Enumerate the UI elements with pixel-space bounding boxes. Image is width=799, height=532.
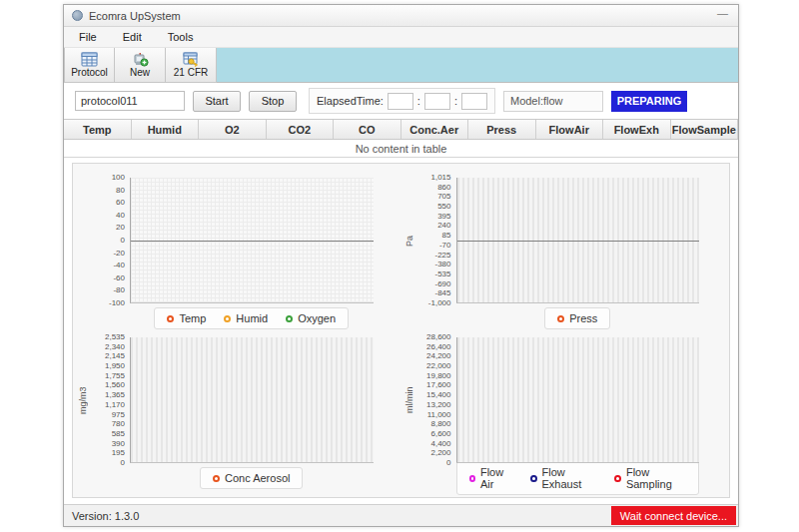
series-marker-icon — [530, 475, 537, 482]
y-tick-label: 6,600 — [416, 430, 451, 438]
menu-item[interactable]: File — [70, 29, 106, 45]
y-tick-label: 0 — [90, 237, 125, 245]
elapsed-minutes-input[interactable] — [424, 93, 450, 110]
charts-panel: 100806040200-20-40-60-80-100 TempHumidOx… — [72, 163, 730, 498]
y-tick-label: 2,145 — [90, 352, 125, 360]
y-tick-label: 240 — [416, 222, 451, 230]
series-label: Flow Exhaust — [542, 466, 597, 490]
y-tick-label: 85 — [416, 232, 451, 240]
toolbar: Protocol New — [64, 48, 738, 83]
y-tick-label: 11,000 — [416, 411, 451, 419]
y-tick-label: 390 — [90, 440, 125, 448]
series-marker-icon — [167, 315, 174, 322]
y-tick-label: 2,535 — [90, 333, 125, 341]
legend-item: Conc Aerosol — [213, 472, 290, 484]
y-tick-label: -20 — [90, 250, 125, 258]
y-tick-label: 1,755 — [90, 372, 125, 380]
y-tick-label: 100 — [90, 174, 125, 182]
statusbar: Version: 1.3.0 Wait connect device... — [64, 504, 738, 526]
chart-legend: Conc Aerosol — [200, 467, 303, 489]
y-tick-label: 1,365 — [90, 391, 125, 399]
y-axis-label — [75, 178, 90, 303]
y-axis-ticks: 1,01586070555039524085-70-225-380-535-69… — [416, 174, 456, 307]
menu-item[interactable]: Edit — [114, 29, 151, 45]
new-button-label: New — [130, 68, 150, 78]
minimize-button[interactable]: — — [717, 7, 728, 19]
window-title: Ecomra UpSystem — [89, 10, 181, 22]
table-empty-message: No content in table — [64, 140, 738, 158]
y-tick-label: 15,400 — [416, 391, 451, 399]
table-column-header: CO — [334, 120, 401, 139]
legend-item: Temp — [167, 312, 206, 324]
table-column-header: FlowSample — [671, 120, 739, 139]
chart-temp-humid-oxygen: 100806040200-20-40-60-80-100 TempHumidOx… — [75, 176, 401, 335]
table-column-header: Conc.Aer — [401, 120, 469, 139]
table-column-header: FlowAir — [536, 120, 604, 139]
chart-legend: Flow AirFlow ExhaustFlow Sampling — [456, 461, 700, 495]
app-window: Ecomra UpSystem — FileEditTools Protocol — [63, 4, 739, 527]
y-tick-label: 19,800 — [416, 372, 451, 380]
series-label: Press — [569, 312, 597, 324]
y-tick-label: 1,950 — [90, 362, 125, 370]
preparing-status-badge: PREPARING — [611, 91, 687, 112]
time-separator: : — [454, 95, 457, 107]
y-axis-label: Pa — [401, 178, 416, 303]
table-column-header: O2 — [199, 120, 267, 139]
series-label: Conc Aerosol — [225, 472, 290, 484]
table-header: TempHumidO2CO2COConc.AerPressFlowAirFlow… — [64, 119, 738, 140]
series-marker-icon — [557, 315, 564, 322]
plot-area — [130, 337, 374, 463]
y-tick-label: 40 — [90, 212, 125, 220]
chart-flows: ml/min 28,60026,40024,20022,00019,80017,… — [401, 335, 728, 495]
app-icon — [72, 10, 83, 21]
series-marker-icon — [614, 475, 621, 482]
y-tick-label: 585 — [90, 430, 125, 438]
table-column-header: CO2 — [267, 120, 335, 139]
plot-area — [456, 178, 700, 303]
y-tick-label: 24,200 — [416, 352, 451, 360]
stop-button[interactable]: Stop — [249, 91, 297, 112]
menubar: FileEditTools — [64, 27, 738, 48]
elapsed-seconds-input[interactable] — [461, 93, 487, 110]
zero-line — [131, 241, 374, 242]
chart-conc-aerosol: mg/m3 2,5352,3402,1451,9501,7551,5601,36… — [75, 335, 401, 495]
table-icon — [81, 52, 98, 67]
main-content: Start Stop ElapsedTime: : : Model:flow P… — [64, 83, 738, 504]
series-label: Temp — [179, 312, 206, 324]
y-tick-label: -60 — [90, 274, 125, 282]
cfr-button[interactable]: 21 CFR — [166, 48, 217, 83]
legend-item: Flow Exhaust — [530, 466, 596, 490]
y-tick-label: -690 — [416, 280, 451, 288]
y-tick-label: 705 — [416, 193, 451, 201]
start-button[interactable]: Start — [193, 91, 241, 112]
y-tick-label: -80 — [90, 286, 125, 294]
legend-row: Conc Aerosol — [75, 463, 401, 493]
menu-item[interactable]: Tools — [159, 29, 203, 45]
titlebar[interactable]: Ecomra UpSystem — — [64, 5, 738, 27]
y-tick-label: 60 — [90, 199, 125, 207]
series-label: Flow Sampling — [626, 466, 686, 490]
y-tick-label: 550 — [416, 203, 451, 211]
table-column-header: Humid — [132, 120, 200, 139]
model-field[interactable]: Model:flow — [503, 91, 603, 112]
elapsed-time-group: ElapsedTime: : : — [309, 88, 495, 114]
y-tick-label: 860 — [416, 184, 451, 192]
y-tick-label: 1,560 — [90, 381, 125, 389]
new-button[interactable]: New — [115, 48, 166, 83]
y-tick-label: 195 — [90, 449, 125, 457]
y-tick-label: -70 — [416, 242, 451, 250]
protocol-name-input[interactable] — [75, 91, 185, 111]
series-label: Oxygen — [298, 312, 336, 324]
y-tick-label: -845 — [416, 289, 451, 297]
elapsed-hours-input[interactable] — [388, 93, 413, 110]
series-marker-icon — [224, 315, 231, 322]
y-tick-label: 26,400 — [416, 343, 451, 351]
y-tick-label: -40 — [90, 262, 125, 269]
y-tick-label: 1,015 — [416, 174, 451, 182]
plot-area — [130, 178, 374, 303]
y-tick-label: -225 — [416, 252, 451, 260]
y-tick-label: 975 — [90, 411, 125, 419]
protocol-button[interactable]: Protocol — [64, 48, 115, 83]
control-row: Start Stop ElapsedTime: : : Model:flow P… — [64, 85, 738, 117]
table-column-header: Temp — [64, 120, 132, 139]
